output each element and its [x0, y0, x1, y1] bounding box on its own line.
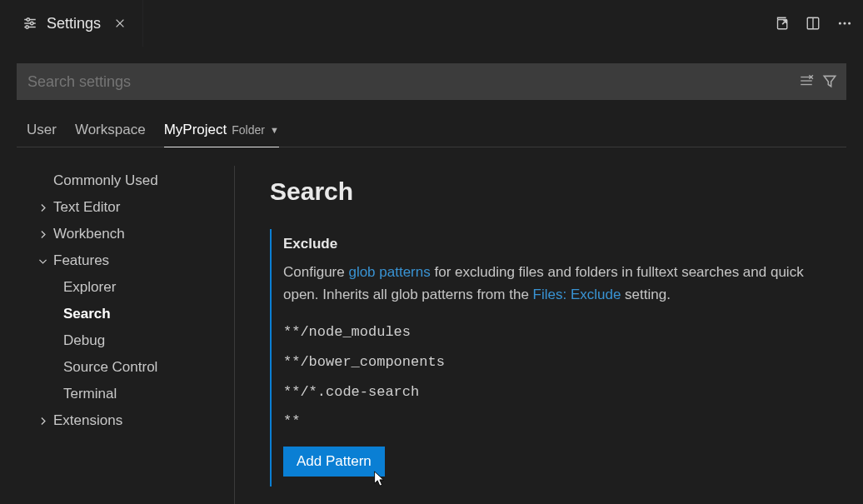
desc-text: Configure — [283, 264, 348, 280]
settings-tree: Commonly Used Text Editor Workbench Feat… — [17, 166, 235, 504]
setting-title: Exclude — [283, 236, 826, 252]
tab-title: Settings — [47, 15, 101, 32]
add-pattern-button[interactable]: Add Pattern — [283, 447, 385, 477]
add-pattern-label: Add Pattern — [297, 453, 372, 469]
tree-label: Text Editor — [53, 199, 120, 216]
settings-icon — [22, 15, 38, 32]
cursor-icon — [372, 470, 387, 488]
tree-label: Debug — [63, 332, 105, 349]
chevron-down-icon: ▼ — [270, 125, 279, 135]
tree-item-extensions[interactable]: Extensions — [17, 407, 234, 434]
svg-point-12 — [843, 22, 846, 24]
link-files-exclude[interactable]: Files: Exclude — [533, 287, 621, 302]
svg-point-11 — [839, 22, 841, 24]
settings-tab[interactable]: Settings — [10, 0, 142, 47]
tab-area: Settings — [10, 0, 143, 47]
svg-point-1 — [27, 18, 29, 21]
pattern-item[interactable]: ** — [283, 407, 826, 437]
search-settings-container — [17, 63, 846, 100]
link-glob-patterns[interactable]: glob patterns — [348, 264, 430, 280]
scope-tab-folder-suffix: Folder — [232, 123, 265, 137]
svg-point-5 — [26, 26, 28, 28]
scope-tab-user[interactable]: User — [27, 122, 57, 147]
tree-item-debug[interactable]: Debug — [17, 327, 234, 354]
tree-label: Features — [53, 252, 109, 269]
titlebar-actions — [773, 15, 853, 32]
split-editor-icon[interactable] — [805, 15, 821, 32]
tree-item-source-control[interactable]: Source Control — [17, 354, 234, 381]
pattern-item[interactable]: **/bower_components — [283, 347, 826, 377]
tree-item-commonly-used[interactable]: Commonly Used — [17, 167, 234, 194]
tree-label: Source Control — [63, 359, 157, 376]
settings-body: User Workspace MyProject Folder ▼ Common… — [0, 47, 863, 504]
tree-label: Workbench — [53, 226, 125, 242]
tree-item-terminal[interactable]: Terminal — [17, 381, 234, 407]
scope-tab-workspace[interactable]: Workspace — [75, 122, 146, 147]
chevron-right-icon — [37, 202, 48, 213]
scope-tab-workspace-label: Workspace — [75, 122, 146, 138]
tree-label: Search — [63, 306, 111, 322]
svg-point-13 — [848, 22, 851, 24]
title-bar: Settings — [0, 0, 863, 47]
pattern-item[interactable]: **/*.code-search — [283, 377, 826, 407]
settings-detail: Search Exclude Configure glob patterns f… — [235, 166, 846, 504]
chevron-right-icon — [37, 415, 48, 427]
svg-point-3 — [31, 22, 33, 24]
chevron-down-icon — [37, 255, 48, 267]
exclude-pattern-list: **/node_modules **/bower_components **/*… — [283, 317, 826, 437]
tree-item-features[interactable]: Features — [17, 247, 234, 274]
chevron-right-icon — [37, 228, 48, 240]
close-icon[interactable] — [109, 14, 131, 32]
settings-content: Commonly Used Text Editor Workbench Feat… — [17, 166, 846, 504]
pattern-item[interactable]: **/node_modules — [283, 317, 826, 347]
scope-tab-folder-name: MyProject — [164, 122, 227, 138]
tree-item-workbench[interactable]: Workbench — [17, 221, 234, 247]
detail-heading: Search — [270, 177, 835, 206]
tree-item-text-editor[interactable]: Text Editor — [17, 194, 234, 221]
tree-item-explorer[interactable]: Explorer — [17, 274, 234, 301]
desc-text: setting. — [621, 287, 671, 302]
scope-tab-user-label: User — [27, 122, 57, 138]
setting-description: Configure glob patterns for excluding fi… — [283, 261, 826, 306]
tree-label: Explorer — [63, 279, 116, 296]
tree-item-search[interactable]: Search — [17, 301, 234, 327]
clear-search-icon[interactable] — [799, 73, 814, 91]
scope-tab-folder[interactable]: MyProject Folder ▼ — [164, 122, 279, 147]
tab-divider — [142, 0, 143, 47]
search-actions — [799, 73, 837, 91]
search-settings-input[interactable] — [27, 73, 799, 91]
tree-label: Commonly Used — [53, 172, 158, 189]
filter-icon[interactable] — [822, 73, 837, 91]
settings-scope-tabs: User Workspace MyProject Folder ▼ — [17, 122, 846, 147]
tree-label: Extensions — [53, 412, 122, 429]
more-actions-icon[interactable] — [836, 15, 853, 32]
tree-label: Terminal — [63, 386, 117, 402]
open-settings-json-icon[interactable] — [773, 15, 790, 32]
setting-search-exclude: Exclude Configure glob patterns for excl… — [270, 229, 835, 487]
